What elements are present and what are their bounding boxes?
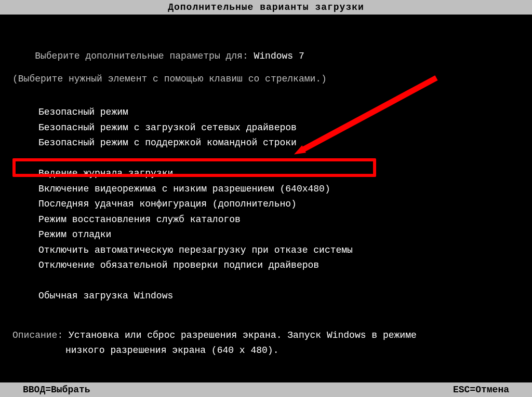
footer-bar: ВВОД=Выбрать ESC=Отмена xyxy=(0,382,532,397)
boot-option[interactable]: Режим восстановления служб каталогов xyxy=(38,212,520,228)
boot-option[interactable]: Отключение обязательной проверки подписи… xyxy=(38,258,520,273)
title-bar: Дополнительные варианты загрузки xyxy=(0,0,532,15)
description-label: Описание: xyxy=(12,330,69,340)
footer-esc-hint: ESC=Отмена xyxy=(453,382,509,397)
prompt-os: Windows 7 xyxy=(254,51,304,61)
content-area: Выберите дополнительные параметры для: W… xyxy=(0,15,532,359)
prompt-line: Выберите дополнительные параметры для: W… xyxy=(12,40,520,72)
boot-option[interactable]: Обычная загрузка Windows xyxy=(38,289,520,304)
instructions-line: (Выберите нужный элемент с помощью клави… xyxy=(12,74,520,84)
description-block: Описание: Установка или сброс разрешения… xyxy=(12,328,520,359)
boot-option-selected[interactable]: Включение видеорежима с низким разрешени… xyxy=(38,182,520,197)
spacer xyxy=(38,273,520,289)
description-text-l1: Установка или сброс разрешения экрана. З… xyxy=(69,330,417,340)
boot-option[interactable]: Отключить автоматическую перезагрузку пр… xyxy=(38,243,520,258)
description-text-l2: низкого разрешения экрана (640 x 480). xyxy=(65,343,520,359)
options-list: Безопасный режим Безопасный режим с загр… xyxy=(38,105,520,304)
boot-option[interactable]: Безопасный режим с поддержкой командной … xyxy=(38,135,520,151)
prompt-prefix: Выберите дополнительные параметры для: xyxy=(35,51,254,61)
boot-option[interactable]: Безопасный режим с загрузкой сетевых дра… xyxy=(38,120,520,136)
boot-option[interactable]: Режим отладки xyxy=(38,227,520,243)
page-title: Дополнительные варианты загрузки xyxy=(168,2,364,12)
spacer xyxy=(38,151,520,167)
boot-option[interactable]: Безопасный режим xyxy=(38,105,520,120)
footer-enter-hint: ВВОД=Выбрать xyxy=(23,382,90,397)
boot-option[interactable]: Ведение журнала загрузки xyxy=(38,166,520,182)
boot-option[interactable]: Последняя удачная конфигурация (дополнит… xyxy=(38,197,520,212)
